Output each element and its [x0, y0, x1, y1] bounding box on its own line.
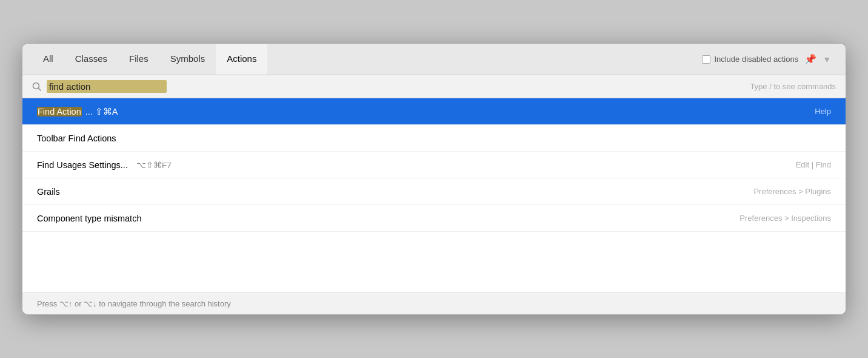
result-item-find-usages[interactable]: Find Usages Settings... ⌥⇧⌘F7 Edit | Fin… [22, 152, 846, 178]
item-category-find-action: Help [815, 107, 831, 116]
item-category-grails: Preferences > Plugins [753, 187, 831, 196]
tab-actions[interactable]: Actions [216, 44, 267, 75]
search-bar: Type / to see commands [22, 75, 846, 98]
include-disabled-checkbox[interactable] [702, 55, 710, 64]
item-suffix-find-action: ... ⇧⌘A [85, 107, 118, 117]
result-item-find-action[interactable]: Find Action ... ⇧⌘A Help [22, 98, 846, 125]
item-highlight-find-action: Find Action [37, 107, 82, 117]
item-name-find-usages: Find Usages Settings... ⌥⇧⌘F7 [37, 160, 796, 170]
tab-symbols[interactable]: Symbols [159, 44, 216, 75]
result-item-toolbar-find-actions[interactable]: Toolbar Find Actions [22, 125, 846, 152]
result-item-grails[interactable]: Grails Preferences > Plugins [22, 178, 846, 205]
result-item-component-mismatch[interactable]: Component type mismatch Preferences > In… [22, 205, 846, 232]
tab-classes[interactable]: Classes [64, 44, 118, 75]
pin-icon[interactable]: 📌 [804, 53, 816, 65]
item-name-toolbar: Toolbar Find Actions [37, 133, 831, 143]
item-name-component-mismatch: Component type mismatch [37, 214, 739, 223]
item-name-grails: Grails [37, 187, 753, 197]
empty-space [22, 232, 846, 292]
include-disabled-label[interactable]: Include disabled actions [702, 55, 798, 64]
search-input[interactable] [47, 80, 167, 93]
tab-right-controls: Include disabled actions 📌 ▼ [702, 44, 836, 75]
svg-line-1 [38, 88, 41, 90]
tab-files[interactable]: Files [118, 44, 159, 75]
footer: Press ⌥↑ or ⌥↓ to navigate through the s… [22, 292, 846, 314]
search-icon [32, 82, 42, 92]
tab-all[interactable]: All [32, 44, 64, 75]
search-everywhere-window: All Classes Files Symbols Actions Includ… [22, 43, 846, 315]
item-category-component-mismatch: Preferences > Inspections [739, 214, 831, 223]
results-list: Find Action ... ⇧⌘A Help Toolbar Find Ac… [22, 98, 846, 232]
item-name-find-action: Find Action ... ⇧⌘A [37, 107, 815, 117]
filter-icon[interactable]: ▼ [823, 55, 831, 64]
item-category-find-usages: Edit | Find [796, 160, 831, 169]
search-input-wrap [47, 80, 745, 93]
item-shortcut-find-usages: ⌥⇧⌘F7 [136, 160, 172, 170]
tab-bar: All Classes Files Symbols Actions Includ… [22, 44, 846, 75]
search-hint: Type / to see commands [750, 82, 836, 91]
tab-spacer [267, 44, 702, 75]
